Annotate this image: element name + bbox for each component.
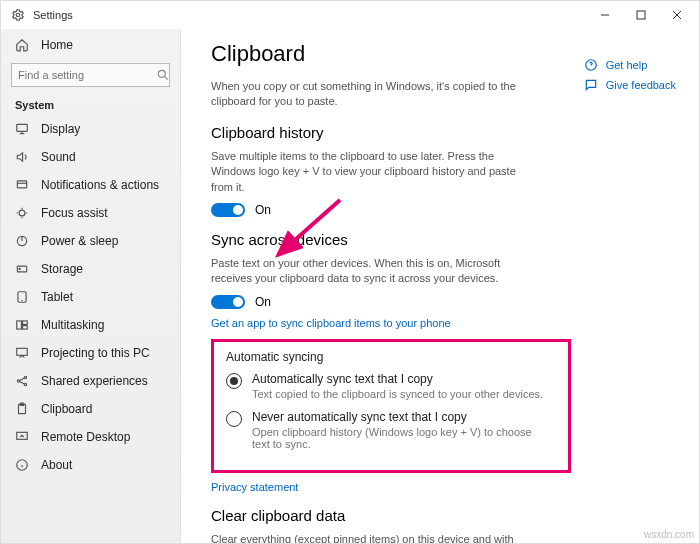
sidebar-item-notifications[interactable]: Notifications & actions bbox=[1, 171, 180, 199]
nav-label: Projecting to this PC bbox=[41, 346, 150, 360]
nav-label: Power & sleep bbox=[41, 234, 118, 248]
power-icon bbox=[15, 234, 29, 248]
give-feedback-link[interactable]: Give feedback bbox=[584, 78, 676, 92]
radio-auto-sync[interactable] bbox=[226, 373, 242, 389]
svg-rect-22 bbox=[17, 348, 28, 355]
nav-label: Shared experiences bbox=[41, 374, 148, 388]
svg-rect-21 bbox=[23, 326, 28, 330]
shared-icon bbox=[15, 374, 29, 388]
nav-label: About bbox=[41, 458, 72, 472]
svg-point-24 bbox=[24, 376, 26, 378]
get-help-label: Get help bbox=[606, 59, 648, 71]
feedback-label: Give feedback bbox=[606, 79, 676, 91]
radio-never-sub: Open clipboard history (Windows logo key… bbox=[252, 426, 552, 450]
history-heading: Clipboard history bbox=[211, 124, 669, 141]
about-icon bbox=[15, 458, 29, 472]
remote-icon bbox=[15, 430, 29, 444]
svg-point-16 bbox=[19, 268, 20, 269]
sidebar-item-display[interactable]: Display bbox=[1, 115, 180, 143]
minimize-button[interactable] bbox=[587, 1, 623, 29]
clear-desc: Clear everything (except pinned items) o… bbox=[211, 532, 531, 543]
auto-sync-heading: Automatic syncing bbox=[226, 350, 556, 364]
svg-point-0 bbox=[16, 13, 20, 17]
nav-label: Display bbox=[41, 122, 80, 136]
sync-desc: Paste text on your other devices. When t… bbox=[211, 256, 531, 287]
sidebar: Home System Display Sound Notifications … bbox=[1, 29, 181, 543]
nav-label: Focus assist bbox=[41, 206, 108, 220]
search-icon bbox=[156, 68, 170, 82]
svg-line-26 bbox=[20, 378, 25, 380]
sidebar-home[interactable]: Home bbox=[1, 31, 180, 59]
svg-point-23 bbox=[17, 380, 19, 382]
automatic-syncing-group: Automatic syncing Automatically sync tex… bbox=[211, 339, 571, 473]
svg-point-5 bbox=[158, 70, 165, 77]
radio-never-label: Never automatically sync text that I cop… bbox=[252, 410, 552, 424]
sidebar-item-tablet[interactable]: Tablet bbox=[1, 283, 180, 311]
radio-auto-label: Automatically sync text that I copy bbox=[252, 372, 543, 386]
nav-label: Multitasking bbox=[41, 318, 104, 332]
sync-toggle-label: On bbox=[255, 295, 271, 309]
help-icon bbox=[584, 58, 598, 72]
history-toggle[interactable] bbox=[211, 203, 245, 217]
nav-label: Notifications & actions bbox=[41, 178, 159, 192]
sync-toggle[interactable] bbox=[211, 295, 245, 309]
get-help-link[interactable]: Get help bbox=[584, 58, 676, 72]
nav-label: Storage bbox=[41, 262, 83, 276]
sidebar-item-about[interactable]: About bbox=[1, 451, 180, 479]
watermark: wsxdn.com bbox=[644, 529, 694, 540]
help-links: Get help Give feedback bbox=[584, 58, 676, 98]
svg-point-25 bbox=[24, 383, 26, 385]
sidebar-item-projecting[interactable]: Projecting to this PC bbox=[1, 339, 180, 367]
svg-point-12 bbox=[19, 210, 25, 216]
svg-line-6 bbox=[164, 76, 167, 79]
privacy-link[interactable]: Privacy statement bbox=[211, 481, 669, 493]
close-button[interactable] bbox=[659, 1, 695, 29]
clipboard-icon bbox=[15, 402, 29, 416]
sync-heading: Sync across devices bbox=[211, 231, 669, 248]
svg-rect-20 bbox=[23, 321, 28, 325]
settings-app-icon bbox=[11, 8, 25, 22]
history-desc: Save multiple items to the clipboard to … bbox=[211, 149, 531, 195]
page-intro: When you copy or cut something in Window… bbox=[211, 79, 531, 110]
sidebar-item-storage[interactable]: Storage bbox=[1, 255, 180, 283]
feedback-icon bbox=[584, 78, 598, 92]
sound-icon bbox=[15, 150, 29, 164]
svg-rect-10 bbox=[17, 181, 26, 188]
sidebar-section-label: System bbox=[1, 93, 180, 115]
svg-rect-7 bbox=[17, 124, 28, 131]
titlebar: Settings bbox=[1, 1, 699, 29]
projecting-icon bbox=[15, 346, 29, 360]
sync-app-link[interactable]: Get an app to sync clipboard items to yo… bbox=[211, 317, 669, 329]
radio-never-sync[interactable] bbox=[226, 411, 242, 427]
sidebar-item-shared[interactable]: Shared experiences bbox=[1, 367, 180, 395]
display-icon bbox=[15, 122, 29, 136]
tablet-icon bbox=[15, 290, 29, 304]
sidebar-item-remote[interactable]: Remote Desktop bbox=[1, 423, 180, 451]
sidebar-item-focus-assist[interactable]: Focus assist bbox=[1, 199, 180, 227]
focus-icon bbox=[15, 206, 29, 220]
svg-rect-2 bbox=[637, 11, 645, 19]
sidebar-item-power[interactable]: Power & sleep bbox=[1, 227, 180, 255]
content-area: Clipboard When you copy or cut something… bbox=[181, 29, 699, 543]
sidebar-item-multitasking[interactable]: Multitasking bbox=[1, 311, 180, 339]
window-title: Settings bbox=[33, 9, 73, 21]
clear-heading: Clear clipboard data bbox=[211, 507, 669, 524]
nav-label: Sound bbox=[41, 150, 76, 164]
nav-label: Clipboard bbox=[41, 402, 92, 416]
history-toggle-label: On bbox=[255, 203, 271, 217]
search-input[interactable] bbox=[11, 63, 170, 87]
sidebar-item-sound[interactable]: Sound bbox=[1, 143, 180, 171]
nav-label: Remote Desktop bbox=[41, 430, 130, 444]
radio-auto-sub: Text copied to the clipboard is synced t… bbox=[252, 388, 543, 400]
notifications-icon bbox=[15, 178, 29, 192]
sidebar-item-clipboard[interactable]: Clipboard bbox=[1, 395, 180, 423]
maximize-button[interactable] bbox=[623, 1, 659, 29]
svg-rect-19 bbox=[17, 321, 22, 329]
sidebar-home-label: Home bbox=[41, 38, 73, 52]
storage-icon bbox=[15, 262, 29, 276]
nav-label: Tablet bbox=[41, 290, 73, 304]
svg-line-27 bbox=[20, 382, 25, 384]
multitasking-icon bbox=[15, 318, 29, 332]
home-icon bbox=[15, 38, 29, 52]
